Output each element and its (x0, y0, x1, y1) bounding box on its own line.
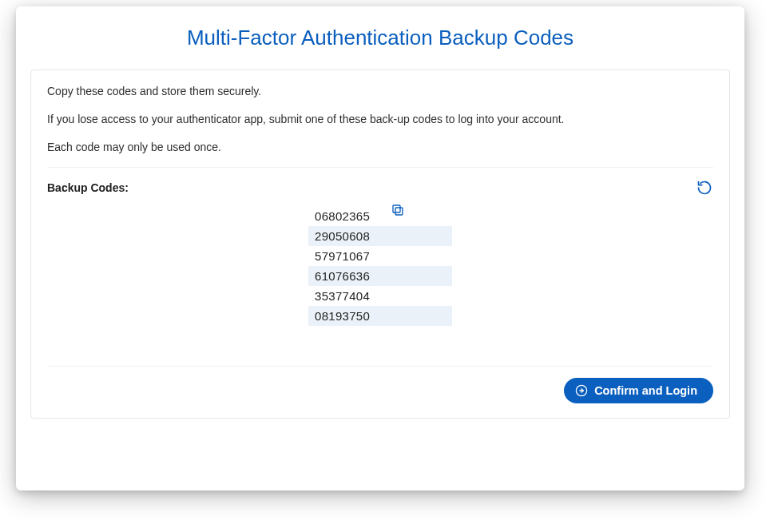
backup-codes-card: Copy these codes and store them securely… (30, 69, 730, 419)
backup-code: 61076636 (308, 266, 452, 286)
intro-line-3: Each code may only be used once. (47, 139, 713, 156)
card-footer: Confirm and Login (47, 366, 713, 403)
intro-text-block: Copy these codes and store them securely… (47, 83, 713, 156)
refresh-icon[interactable] (696, 179, 713, 197)
divider (47, 167, 713, 168)
confirm-and-login-button[interactable]: Confirm and Login (564, 378, 713, 403)
confirm-button-label: Confirm and Login (594, 384, 697, 397)
backup-codes-list: 06802365 29050608 57971067 61076636 3537… (308, 206, 452, 326)
backup-code: 08193750 (308, 306, 452, 326)
backup-codes-label: Backup Codes: (47, 181, 129, 194)
backup-code: 35377404 (308, 286, 452, 306)
page-title: Multi-Factor Authentication Backup Codes (30, 26, 730, 50)
svg-rect-1 (393, 205, 400, 212)
codes-body: 06802365 29050608 57971067 61076636 3537… (47, 206, 713, 366)
svg-rect-0 (395, 208, 403, 215)
codes-header: Backup Codes: (47, 179, 713, 197)
backup-code: 29050608 (308, 226, 452, 246)
arrow-right-icon (575, 384, 588, 397)
intro-line-1: Copy these codes and store them securely… (47, 83, 713, 100)
intro-line-2: If you lose access to your authenticator… (47, 111, 713, 128)
page-frame: Multi-Factor Authentication Backup Codes… (16, 6, 744, 490)
backup-code: 57971067 (308, 246, 452, 266)
backup-code: 06802365 (308, 206, 452, 226)
copy-icon[interactable] (391, 203, 408, 220)
